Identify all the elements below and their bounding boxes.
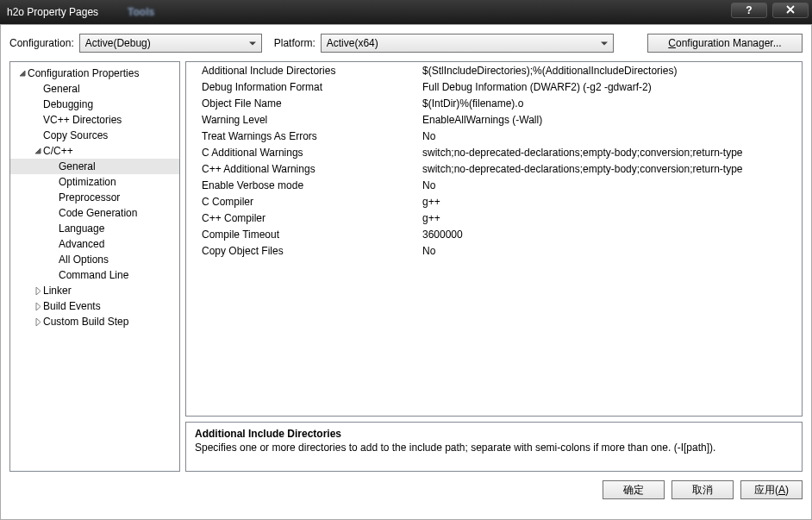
- property-row[interactable]: Treat Warnings As ErrorsNo: [186, 128, 802, 144]
- question-icon: ?: [746, 4, 752, 16]
- property-value[interactable]: No: [419, 245, 802, 257]
- tree-item[interactable]: Code Generation: [10, 205, 179, 221]
- expand-icon[interactable]: [33, 316, 43, 327]
- dialog-body: Configuration: Active(Debug) Platform: A…: [0, 24, 812, 520]
- property-value[interactable]: switch;no-deprecated-declarations;empty-…: [419, 147, 802, 159]
- property-name: C++ Additional Warnings: [186, 163, 419, 175]
- tree-item[interactable]: General: [10, 81, 179, 97]
- tree-item[interactable]: Optimization: [10, 174, 179, 190]
- cancel-button[interactable]: 取消: [671, 480, 734, 499]
- tree-root[interactable]: Configuration Properties: [10, 66, 179, 81]
- window-buttons: ?: [731, 3, 809, 18]
- right-panel: Additional Include Directories$(StlInclu…: [185, 61, 803, 472]
- property-value[interactable]: Full Debug Information (DWARF2) (-g2 -gd…: [419, 81, 802, 93]
- property-name: C++ Compiler: [186, 212, 419, 224]
- property-row[interactable]: Copy Object FilesNo: [186, 242, 802, 259]
- collapse-icon[interactable]: [33, 146, 43, 156]
- property-value[interactable]: EnableAllWarnings (-Wall): [419, 114, 802, 126]
- configuration-combo[interactable]: Active(Debug): [79, 34, 262, 53]
- tree-item[interactable]: Debugging: [10, 97, 179, 112]
- description-pane: Additional Include Directories Specifies…: [185, 422, 803, 472]
- tree-item[interactable]: Advanced: [10, 236, 179, 252]
- tree-item[interactable]: Command Line: [10, 267, 179, 283]
- property-row[interactable]: C Compilerg++: [186, 193, 802, 210]
- tree-item[interactable]: Language: [10, 221, 179, 236]
- top-controls: Configuration: Active(Debug) Platform: A…: [9, 34, 803, 53]
- platform-label: Platform:: [274, 37, 315, 49]
- property-value[interactable]: g++: [419, 196, 802, 208]
- property-name: C Compiler: [186, 196, 419, 208]
- configuration-value: Active(Debug): [85, 37, 246, 49]
- window-title: h2o Property Pages: [7, 6, 98, 18]
- property-name: Additional Include Directories: [186, 65, 419, 77]
- property-name: C Additional Warnings: [186, 147, 419, 159]
- chevron-down-icon: [597, 37, 611, 49]
- property-value[interactable]: 3600000: [419, 229, 802, 241]
- tree-item[interactable]: General: [10, 159, 179, 174]
- property-name: Warning Level: [186, 114, 419, 126]
- blurred-text: Tools: [128, 6, 154, 18]
- property-row[interactable]: C++ Compilerg++: [186, 210, 802, 226]
- tree-item[interactable]: Custom Build Step: [10, 314, 179, 329]
- tree-item[interactable]: All Options: [10, 252, 179, 267]
- property-value[interactable]: No: [419, 130, 802, 142]
- property-row[interactable]: Additional Include Directories$(StlInclu…: [186, 62, 802, 78]
- description-body: Specifies one or more directories to add…: [195, 442, 793, 454]
- property-row[interactable]: Debug Information FormatFull Debug Infor…: [186, 78, 802, 95]
- tree-item[interactable]: VC++ Directories: [10, 112, 179, 128]
- configuration-label: Configuration:: [9, 37, 74, 49]
- close-icon: [785, 4, 796, 16]
- tree-item[interactable]: Preprocessor: [10, 190, 179, 205]
- property-value[interactable]: No: [419, 179, 802, 191]
- property-row[interactable]: C++ Additional Warningsswitch;no-depreca…: [186, 160, 802, 177]
- property-name: Treat Warnings As Errors: [186, 130, 419, 142]
- help-button[interactable]: ?: [731, 3, 767, 18]
- property-row[interactable]: Compile Timeout3600000: [186, 226, 802, 242]
- expand-icon[interactable]: [33, 301, 43, 311]
- expand-icon[interactable]: [33, 285, 43, 296]
- chevron-down-icon: [246, 37, 259, 49]
- property-name: Object File Name: [186, 97, 419, 110]
- tree-item[interactable]: Build Events: [10, 298, 179, 314]
- property-row[interactable]: Enable Verbose modeNo: [186, 177, 802, 193]
- main-split: Configuration Properties GeneralDebuggin…: [9, 61, 803, 472]
- nav-tree[interactable]: Configuration Properties GeneralDebuggin…: [9, 61, 180, 472]
- property-name: Copy Object Files: [186, 245, 419, 257]
- configuration-manager-button[interactable]: Configuration Manager...: [647, 34, 803, 53]
- property-name: Compile Timeout: [186, 229, 419, 241]
- property-value[interactable]: $(StlIncludeDirectories);%(AdditionalInc…: [419, 65, 802, 77]
- property-row[interactable]: Warning LevelEnableAllWarnings (-Wall): [186, 111, 802, 128]
- property-value[interactable]: g++: [419, 212, 802, 224]
- property-row[interactable]: Object File Name$(IntDir)%(filename).o: [186, 95, 802, 111]
- ok-button[interactable]: 确定: [603, 480, 665, 499]
- property-grid[interactable]: Additional Include Directories$(StlInclu…: [185, 61, 803, 417]
- property-value[interactable]: $(IntDir)%(filename).o: [419, 97, 802, 110]
- tree-item[interactable]: Linker: [10, 283, 179, 298]
- tree-node-cpp[interactable]: C/C++: [10, 143, 179, 159]
- platform-value: Active(x64): [327, 37, 597, 49]
- property-value[interactable]: switch;no-deprecated-declarations;empty-…: [419, 163, 802, 175]
- description-heading: Additional Include Directories: [195, 428, 793, 440]
- collapse-icon[interactable]: [17, 68, 28, 78]
- close-button[interactable]: [772, 3, 809, 18]
- tree-item[interactable]: Copy Sources: [10, 128, 179, 143]
- property-name: Debug Information Format: [186, 81, 419, 93]
- titlebar: h2o Property Pages Tools ?: [0, 0, 812, 24]
- property-row[interactable]: C Additional Warningsswitch;no-deprecate…: [186, 144, 802, 160]
- apply-button[interactable]: 应用(A): [740, 480, 803, 499]
- dialog-footer: 确定 取消 应用(A): [9, 480, 803, 499]
- platform-combo[interactable]: Active(x64): [321, 34, 614, 53]
- property-name: Enable Verbose mode: [186, 179, 419, 191]
